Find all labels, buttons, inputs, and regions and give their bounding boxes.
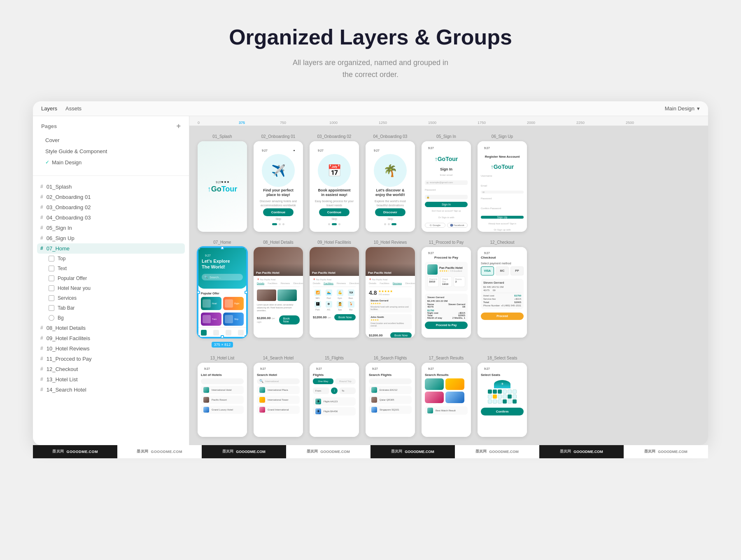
swap-button[interactable]: ↕	[331, 387, 338, 394]
layer-06-signup[interactable]: # 06_Sign Up	[37, 233, 185, 243]
layers-tab[interactable]: Layers	[41, 105, 57, 112]
search-flights-input[interactable]	[369, 378, 412, 384]
search-result-3[interactable]: Grand International	[257, 406, 300, 414]
nav-bookings[interactable]	[226, 330, 231, 336]
result-img-1[interactable]	[425, 378, 444, 390]
flight-result-1[interactable]: ✈ Flight AA123	[313, 397, 356, 406]
sub-layer-popular-offer[interactable]: Popular Offer	[37, 273, 185, 283]
layer-10-hotel-reviews[interactable]: # 10_Hotel Reviews	[37, 343, 185, 354]
seat-1d[interactable]	[503, 390, 507, 394]
payment-card-visa[interactable]: VISA	[481, 266, 494, 275]
seat-1b[interactable]	[493, 390, 497, 394]
result-img-2[interactable]	[445, 378, 464, 390]
ob2-skip[interactable]: Skip	[331, 217, 337, 220]
sidebar-item-main-design[interactable]: Main Design	[41, 157, 181, 168]
screen-hotel-details[interactable]: Pan Pacific Hotel 📍 Pan Pacific Hotel De…	[254, 247, 303, 338]
proceed-button[interactable]: Proceed	[481, 313, 524, 320]
round-trip-tab[interactable]: Round Trip	[335, 378, 356, 384]
email-input[interactable]: ✉	[481, 191, 524, 194]
seat-2d[interactable]	[503, 394, 507, 399]
screen-search-hotel[interactable]: 9:27 Search Hotel 🔍 International	[254, 363, 303, 437]
seat-2a[interactable]	[488, 394, 492, 399]
seat-3a[interactable]	[488, 399, 492, 404]
layer-03-onboarding[interactable]: # 03_Onboarding 02	[37, 202, 185, 212]
seat-3d[interactable]	[503, 399, 507, 404]
layer-07-home[interactable]: # 07_Home	[37, 243, 185, 254]
screen-search-results[interactable]: 9:27 Search Results	[422, 363, 471, 437]
layer-04-onboarding[interactable]: # 04_Onboarding 03	[37, 212, 185, 223]
tab-directions[interactable]: Directions→	[293, 282, 303, 285]
layer-08-hotel-details[interactable]: # 08_Hotel Details	[37, 323, 185, 333]
seat-1f[interactable]	[513, 390, 517, 394]
seat-3e[interactable]	[508, 399, 512, 404]
search-result-2[interactable]: International Tower	[257, 396, 300, 404]
seat-1e[interactable]	[508, 390, 512, 394]
layer-01-splash[interactable]: # 01_Splash	[37, 182, 185, 192]
proceed-to-pay-button[interactable]: Proceed to Pay	[425, 322, 468, 329]
ob1-continue-btn[interactable]: Continue	[263, 208, 294, 216]
screen-checkout[interactable]: 9:27 Checkout Select payment method VISA…	[478, 247, 527, 338]
google-btn[interactable]: GGoogle	[425, 223, 445, 228]
fac-tab-reviews[interactable]: Reviews	[337, 282, 346, 285]
search-hotel-input[interactable]: 🔍 International	[257, 378, 300, 384]
home-search[interactable]: 🔍 Search...	[202, 274, 243, 280]
seat-2b[interactable]	[493, 394, 497, 399]
facebook-btn[interactable]: fFacebook	[447, 223, 468, 228]
password-input[interactable]: 🔒	[425, 195, 468, 199]
ob3-discover-btn[interactable]: Discover	[375, 208, 405, 216]
sf-result-3[interactable]: Singapore SQ101	[369, 406, 412, 414]
seat-3f[interactable]	[513, 399, 517, 404]
sub-layer-tab-bar[interactable]: Tab Bar	[37, 303, 185, 313]
sub-layer-services[interactable]: Services	[37, 293, 185, 303]
rev-tab-details[interactable]: Details	[369, 282, 376, 285]
book-now-button-2[interactable]: Book Now	[334, 314, 356, 320]
seat-1c[interactable]	[498, 390, 502, 394]
screen-facilities[interactable]: Pan Pacific Hotel 📍 Pan Pacific Hotel De…	[310, 247, 359, 338]
signup-login[interactable]: Already have account? Sign in	[481, 222, 524, 225]
layer-14-search-hotel[interactable]: # 14_Search Hotel	[37, 385, 185, 395]
screen-procced[interactable]: 9:27 Procced to Pay Pan Pacific Hotel	[422, 247, 471, 338]
fac-tab-details[interactable]: Details	[313, 282, 320, 285]
email-input[interactable]: ✉example@gmail.com	[425, 180, 468, 185]
layer-05-signin[interactable]: # 05_Sign In	[37, 223, 185, 233]
add-page-button[interactable]: +	[176, 122, 181, 131]
sub-layer-text[interactable]: Text	[37, 264, 185, 273]
layer-12-checkout[interactable]: # 12_Checkout	[37, 364, 185, 374]
screen-ob2[interactable]: 9:27 📅 Book appointmentin easiest way! E…	[310, 141, 359, 232]
signin-button[interactable]: Sign In	[425, 202, 468, 207]
seat-3c[interactable]	[498, 399, 502, 404]
screen-select-seats[interactable]: 9:27 Select Seats ✈	[478, 363, 527, 437]
screen-ob1[interactable]: 9:27 ✈️ Find your perfectplace to stay!	[254, 141, 303, 232]
hotel-list-item-1[interactable]: International Hotel	[201, 386, 244, 394]
screen-reviews[interactable]: Pan Pacific Hotel 📍 Pan Pacific Hotel De…	[366, 247, 415, 338]
confirm-seats-button[interactable]: Confirm	[481, 408, 524, 415]
ob2-continue-btn[interactable]: Continue	[319, 208, 350, 216]
hotel-list-item-2[interactable]: Pacific Resort	[201, 396, 244, 404]
payment-card-mc[interactable]: MC	[496, 266, 509, 275]
search-result-1[interactable]: International Plaza	[257, 386, 300, 394]
seat-1a[interactable]	[488, 390, 492, 394]
rev-tab-directions[interactable]: Directions→	[405, 282, 415, 285]
flight-result-2[interactable]: ✈ Flight BA456	[313, 407, 356, 415]
signup-button[interactable]: Sign Up	[481, 216, 524, 219]
assets-tab[interactable]: Assets	[65, 105, 82, 112]
offer-card-2[interactable]: Flight	[223, 297, 244, 310]
seat-2c[interactable]	[498, 394, 502, 399]
signin-forgot[interactable]: Don't have an account? Sign up	[425, 210, 468, 212]
dropdown-icon[interactable]: ▾	[697, 105, 700, 112]
sf-result-2[interactable]: Qatar QR305	[369, 396, 412, 404]
tab-reviews[interactable]: Reviews	[281, 282, 290, 285]
sidebar-item-style-guide[interactable]: Style Guide & Component	[41, 146, 181, 157]
sidebar-item-cover[interactable]: Cover	[41, 135, 181, 146]
book-now-button[interactable]: Book Now	[279, 315, 300, 324]
screen-flights[interactable]: 9:27 Flights One Way Round Trip From	[310, 363, 359, 437]
screen-search-flights[interactable]: 9:27 Search Flights Emirates EK212	[366, 363, 415, 437]
rev-tab-facilities[interactable]: Facilities	[380, 282, 389, 285]
layer-13-hotel-list[interactable]: # 13_Hotel List	[37, 374, 185, 385]
hotel-list-search[interactable]	[201, 378, 244, 384]
screen-splash[interactable]: 9:27 ↑GoTour	[198, 141, 247, 232]
result-img-4[interactable]	[445, 392, 464, 403]
tab-facilities[interactable]: Facilities	[268, 282, 277, 285]
layer-02-onboarding[interactable]: # 02_Onboarding 01	[37, 192, 185, 202]
ob3-skip[interactable]: Skip	[387, 217, 393, 220]
